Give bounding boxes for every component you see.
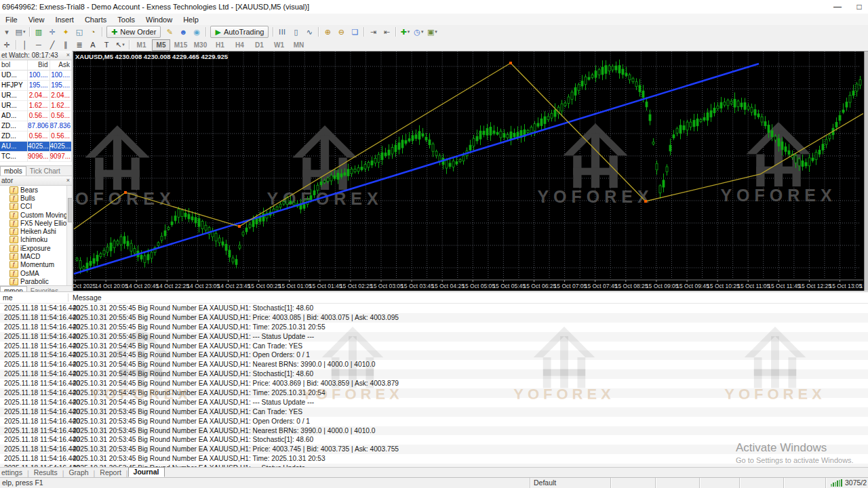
navigator-item-bears[interactable]: ƒBears: [0, 186, 72, 194]
chart-shift-icon[interactable]: ⇤: [380, 26, 393, 37]
crosshair-icon[interactable]: │: [19, 39, 31, 50]
strategy-tester-icon[interactable]: ◔: [87, 26, 99, 37]
candlestick-chart-icon[interactable]: ▯: [290, 26, 302, 37]
journal-row[interactable]: 2025.11.18 11:54:16.4402025.10.31 20:54:…: [0, 342, 868, 351]
timeframe-m15[interactable]: M15: [172, 39, 190, 51]
navigator-item-fx5-neely-elliot-w[interactable]: ƒFX5 Neely Elliot W: [0, 219, 72, 227]
journal-row[interactable]: 2025.11.18 11:54:16.4402025.10.31 20:55:…: [0, 313, 868, 323]
journal-row[interactable]: 2025.11.18 11:54:16.4402025.10.31 20:55:…: [0, 332, 868, 342]
menu-charts[interactable]: Charts: [79, 14, 112, 25]
arrows-icon[interactable]: ↖▾: [114, 39, 126, 50]
new-chart-icon[interactable]: ▾: [1, 26, 13, 37]
menu-insert[interactable]: Insert: [50, 14, 79, 25]
minimize-icon[interactable]: —: [833, 0, 842, 14]
mql5-community-icon[interactable]: ◉: [191, 26, 203, 37]
tab-report[interactable]: Report: [95, 468, 126, 477]
journal-row[interactable]: 2025.11.18 11:54:16.4402025.10.31 20:54:…: [0, 369, 868, 379]
terminal-icon[interactable]: ◱: [73, 26, 85, 37]
market-watch-row[interactable]: TC...9096...9097...: [0, 152, 72, 162]
market-watch-row[interactable]: UR...2.04...2.04...: [0, 91, 72, 101]
timeframe-h1[interactable]: H1: [211, 39, 229, 51]
bar-chart-icon[interactable]: ☰: [276, 26, 288, 37]
templates-icon[interactable]: ▣▾: [426, 26, 438, 37]
journal-row[interactable]: 2025.11.18 11:54:16.4402025.10.31 20:53:…: [0, 454, 868, 464]
market-watch-row[interactable]: ZD...87.80687.836: [0, 121, 72, 131]
close-icon[interactable]: ×: [66, 176, 70, 185]
menu-window[interactable]: Window: [140, 14, 178, 25]
tab-results[interactable]: Results: [29, 468, 62, 477]
market-watch-tab-mbols[interactable]: mbols: [0, 166, 26, 176]
navigator-item-osma[interactable]: ƒOsMA: [0, 269, 72, 277]
timeframe-m1[interactable]: M1: [132, 39, 151, 51]
zoom-out-icon[interactable]: ⊖: [335, 26, 347, 37]
trendline-icon[interactable]: ╱: [46, 39, 58, 50]
tab-ettings[interactable]: ettings: [0, 468, 27, 477]
timeframe-d1[interactable]: D1: [250, 39, 269, 51]
fibonacci-icon[interactable]: ≣: [73, 39, 85, 50]
timeframe-mn[interactable]: MN: [290, 39, 308, 51]
journal-row[interactable]: 2025.11.18 11:54:16.4402025.10.31 20:53:…: [0, 435, 868, 445]
market-watch-row[interactable]: AU...4025....4025....: [0, 142, 72, 152]
indicators-icon[interactable]: ✚▾: [399, 26, 411, 37]
navigator-item-bulls[interactable]: ƒBulls: [0, 194, 72, 202]
autotrading-button[interactable]: ▶AutoTrading: [210, 26, 269, 38]
navigator-item-momentum[interactable]: ƒMomentum: [0, 261, 72, 269]
market-watch-row[interactable]: AD...0.56...0.56...: [0, 111, 72, 121]
menu-tools[interactable]: Tools: [112, 14, 140, 25]
status-profile[interactable]: Default: [530, 478, 610, 488]
journal-row[interactable]: 2025.11.18 11:54:16.4402025.10.31 20:55:…: [0, 304, 868, 313]
journal-row[interactable]: 2025.11.18 11:54:16.4402025.10.31 20:53:…: [0, 417, 868, 426]
navigator-item-cci[interactable]: ƒCCI: [0, 203, 72, 211]
journal-row[interactable]: 2025.11.18 11:54:16.4402025.10.31 20:54:…: [0, 398, 868, 407]
timeframe-m5[interactable]: M5: [152, 39, 170, 51]
tab-graph[interactable]: Graph: [64, 468, 93, 477]
journal-row[interactable]: 2025.11.18 11:54:16.4402025.10.31 20:53:…: [0, 426, 868, 436]
menu-help[interactable]: Help: [178, 14, 204, 25]
navigator-scrollbar[interactable]: [66, 186, 72, 285]
navigator-item-heiken-ashi[interactable]: ƒHeiken Ashi: [0, 227, 72, 235]
tab-journal[interactable]: Journal: [128, 467, 165, 477]
journal-row[interactable]: 2025.11.18 11:54:16.4402025.10.31 20:54:…: [0, 360, 868, 369]
journal-row[interactable]: 2025.11.18 11:54:16.4402025.10.31 20:53:…: [0, 407, 868, 417]
equidistant-channel-icon[interactable]: ∥: [60, 39, 72, 50]
timeframe-w1[interactable]: W1: [270, 39, 288, 51]
navigator-item-custom-moving-a[interactable]: ƒCustom Moving A: [0, 211, 72, 219]
data-window-icon[interactable]: ✛: [46, 26, 58, 37]
market-watch-col-0[interactable]: bol: [0, 60, 28, 70]
price-chart[interactable]: YOFOREXYOFOREXYOFOREXYOFOREX14 Oct 20251…: [73, 52, 863, 290]
mql5-profile-icon[interactable]: ☻: [177, 26, 189, 37]
market-watch-col-1[interactable]: Bid: [28, 60, 50, 70]
tile-windows-icon[interactable]: ❏: [349, 26, 361, 37]
timeframe-m30[interactable]: M30: [191, 39, 210, 51]
profiles-icon[interactable]: ▤▾: [14, 26, 26, 37]
zoom-in-icon[interactable]: ⊕: [321, 26, 334, 37]
journal-row[interactable]: 2025.11.18 11:54:16.4402025.10.31 20:54:…: [0, 388, 868, 398]
market-watch-icon[interactable]: ▥: [33, 26, 45, 37]
auto-scroll-icon[interactable]: ⇥: [367, 26, 379, 37]
chart-window[interactable]: XAUUSD,M5 4230.008 4230.008 4229.465 422…: [72, 51, 868, 291]
menu-view[interactable]: View: [23, 14, 50, 25]
navigator-item-ichimoku[interactable]: ƒIchimoku: [0, 236, 72, 244]
cursor-icon[interactable]: ✛: [1, 39, 13, 50]
journal-row[interactable]: 2025.11.18 11:54:16.4402025.10.31 20:55:…: [0, 323, 868, 332]
maximize-icon[interactable]: □: [854, 0, 864, 14]
navigator-item-parabolic[interactable]: ƒParabolic: [0, 277, 72, 285]
new-order-button[interactable]: ✚New Order: [106, 26, 161, 38]
text-label-icon[interactable]: T: [100, 39, 113, 50]
text-icon[interactable]: A: [87, 39, 99, 50]
navigator-icon[interactable]: ✦: [60, 26, 72, 37]
market-watch-row[interactable]: UD...100....100....: [0, 70, 72, 81]
horizontal-line-icon[interactable]: ─: [33, 39, 45, 50]
market-watch-row[interactable]: HFJPY195....195....: [0, 81, 72, 91]
close-icon[interactable]: ×: [66, 51, 70, 60]
market-watch-col-2[interactable]: Ask: [50, 60, 72, 70]
journal-row[interactable]: 2025.11.18 11:54:16.4402025.10.31 20:54:…: [0, 350, 868, 360]
journal-row[interactable]: 2025.11.18 11:54:16.4402025.10.31 20:53:…: [0, 445, 868, 454]
metaeditor-icon[interactable]: ✎: [163, 26, 176, 37]
periods-icon[interactable]: ◷▾: [412, 26, 425, 37]
navigator-item-macd[interactable]: ƒMACD: [0, 252, 72, 260]
journal-row[interactable]: 2025.11.18 11:54:16.4402025.10.31 20:54:…: [0, 379, 868, 388]
line-chart-icon[interactable]: ∿: [303, 26, 315, 37]
market-watch-row[interactable]: UR...1.62...1.62...: [0, 101, 72, 111]
market-watch-tab-tick-chart[interactable]: Tick Chart: [26, 167, 64, 176]
